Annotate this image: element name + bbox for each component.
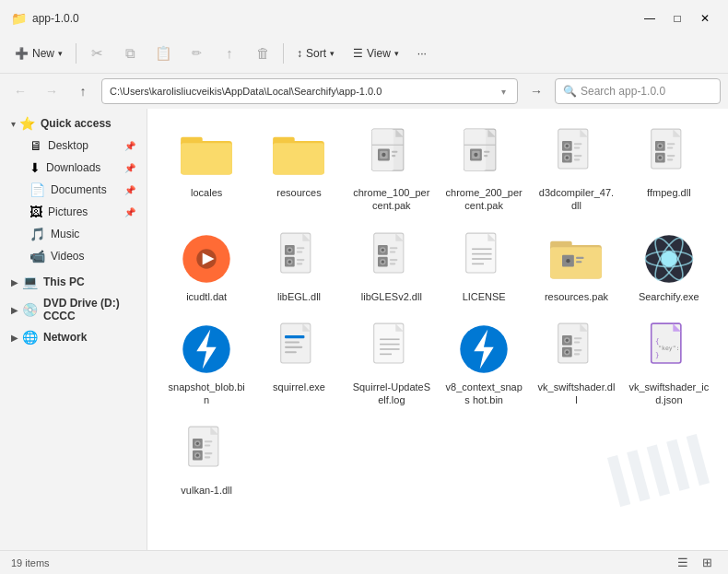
toolbar: ➕ New ▾ ✂ ⧉ 📋 ✏ ↑ 🗑 ↕ Sort ▾ ☰ View ▾ ··… [0,33,728,74]
file-icon-electron [641,231,697,287]
cut-button[interactable]: ✂ [82,39,112,68]
rename-button[interactable]: ✏ [182,39,211,68]
svg-rect-121 [574,349,582,351]
file-name: v8_context_snaps hot.bin [443,381,524,407]
status-items-count: 19 items [11,557,50,568]
main-area: ▾ ⭐ Quick access 🖥 Desktop 📌 ⬇ Downloads… [0,109,728,550]
sidebar-section-network[interactable]: ▶ 🌐 Network [4,326,143,348]
svg-text:}: } [655,350,660,358]
paste-button[interactable]: 📋 [148,39,178,68]
file-icon-text [364,322,419,377]
up-button[interactable]: ↑ [70,78,96,104]
quick-access-header[interactable]: ▾ ⭐ Quick access [4,112,143,135]
svg-rect-138 [205,452,213,454]
svg-rect-59 [297,251,302,252]
svg-rect-88 [576,256,584,258]
maximize-button[interactable]: □ [665,9,689,28]
svg-rect-2 [181,143,232,174]
file-item[interactable]: chrome_100_per cent.pak [347,120,436,220]
sidebar-item-videos[interactable]: 📹 Videos [4,245,143,267]
file-item[interactable]: icudtl.dat [162,224,251,310]
svg-rect-71 [390,251,395,252]
search-box[interactable]: 🔍 Search app-1.0.0 [555,78,721,104]
more-button[interactable]: ··· [410,42,434,64]
back-button[interactable]: ← [7,78,33,104]
file-item[interactable]: resources [254,120,343,220]
status-bar: 19 items ☰ ⊞ [0,550,728,574]
svg-rect-25 [484,155,487,157]
file-item[interactable]: Squirrel-UpdateS elf.log [347,314,436,415]
new-chevron-icon: ▾ [58,49,63,58]
address-input[interactable]: C:\Users\karolisliucveikis\AppData\Local… [101,78,518,104]
svg-rect-31 [574,143,582,145]
file-icon-json: { "key": } [641,322,697,377]
view-button[interactable]: ☰ View ▾ [346,42,406,64]
sort-label: Sort [306,47,326,60]
svg-rect-89 [576,261,581,263]
file-item[interactable]: chrome_200_per cent.pak [440,120,528,220]
search-placeholder: Search app-1.0.0 [581,85,665,98]
sidebar-item-icon: 🖥 [29,138,42,153]
file-item[interactable]: libGLESv2.dll [347,224,436,310]
svg-rect-70 [390,247,398,249]
sidebar-item-pictures[interactable]: 🖼 Pictures 📌 [4,201,143,223]
file-item[interactable]: resources.pak [532,224,620,310]
file-item[interactable]: { "key": } vk_swiftshader_ic d.json [625,314,713,415]
sidebar-item-label: Downloads [46,161,100,174]
section-chevron-icon: ▶ [11,305,18,315]
sidebar-item-music[interactable]: 🎵 Music [4,223,143,245]
sidebar-item-documents[interactable]: 📄 Documents 📌 [4,179,143,201]
sort-button[interactable]: ↕ Sort ▾ [289,42,342,64]
file-item[interactable]: vulkan-1.dll [162,417,251,504]
forward-button[interactable]: → [39,78,65,104]
file-item[interactable]: LICENSE [440,224,528,310]
list-view-button[interactable]: ☰ [673,553,693,573]
svg-rect-15 [392,155,395,157]
file-item[interactable]: v8_context_snaps hot.bin [440,314,528,415]
svg-rect-116 [574,337,582,339]
title-bar-left: 📁 app-1.0.0 [11,11,79,26]
sidebar-item-desktop[interactable]: 🖥 Desktop 📌 [4,135,143,157]
section-icon: 🌐 [22,330,38,345]
file-name: d3dcompiler_47. dll [535,186,616,213]
close-button[interactable]: ✕ [693,9,717,28]
new-button[interactable]: ➕ New ▾ [7,42,70,64]
file-icon-dll [548,127,604,182]
file-item[interactable]: ffmpeg.dll [625,120,713,220]
sidebar-section-dvd-drive-(d:)-cccc[interactable]: ▶ 💿 DVD Drive (D:) CCCC [4,293,143,326]
copy-button[interactable]: ⧉ [115,39,145,68]
file-item[interactable]: squirrel.exe [254,314,343,415]
view-icon: ☰ [353,47,363,60]
more-label: ··· [417,47,427,60]
grid-view-button[interactable]: ⊞ [697,553,717,573]
title-bar-controls: — □ ✕ [638,9,717,28]
sidebar-item-downloads[interactable]: ⬇ Downloads 📌 [4,157,143,179]
section-chevron-icon: ▶ [11,333,18,343]
sidebar-section-this-pc[interactable]: ▶ 💻 This PC [4,271,143,293]
file-item[interactable]: Searchify.exe [625,224,713,310]
search-icon: 🔍 [563,85,577,98]
minimize-button[interactable]: — [638,9,662,28]
svg-text:"key":: "key": [658,345,679,352]
file-icon-pak_folder [548,231,604,287]
sidebar-item-label: Music [51,228,79,240]
file-name: LICENSE [463,290,506,303]
file-item[interactable]: snapshot_blob.bi n [162,314,251,415]
svg-rect-76 [390,263,395,264]
refresh-button[interactable]: → [523,78,549,104]
svg-rect-85 [551,247,603,278]
share-button[interactable]: ↑ [215,39,244,68]
svg-rect-24 [484,151,489,153]
file-item[interactable]: d3dcompiler_47. dll [532,120,620,220]
svg-point-69 [382,248,384,251]
file-item[interactable]: libEGL.dll [254,224,343,310]
svg-rect-102 [285,351,297,353]
quick-access-star-icon: ⭐ [19,116,35,131]
quick-access-label: Quick access [41,117,112,130]
delete-button[interactable]: 🗑 [248,39,277,68]
file-item[interactable]: vk_swiftshader.dl l [532,314,620,415]
file-item[interactable]: locales [162,120,251,220]
pin-icon: 📌 [124,163,135,173]
svg-rect-139 [205,457,210,459]
file-icon-pak [364,127,419,182]
